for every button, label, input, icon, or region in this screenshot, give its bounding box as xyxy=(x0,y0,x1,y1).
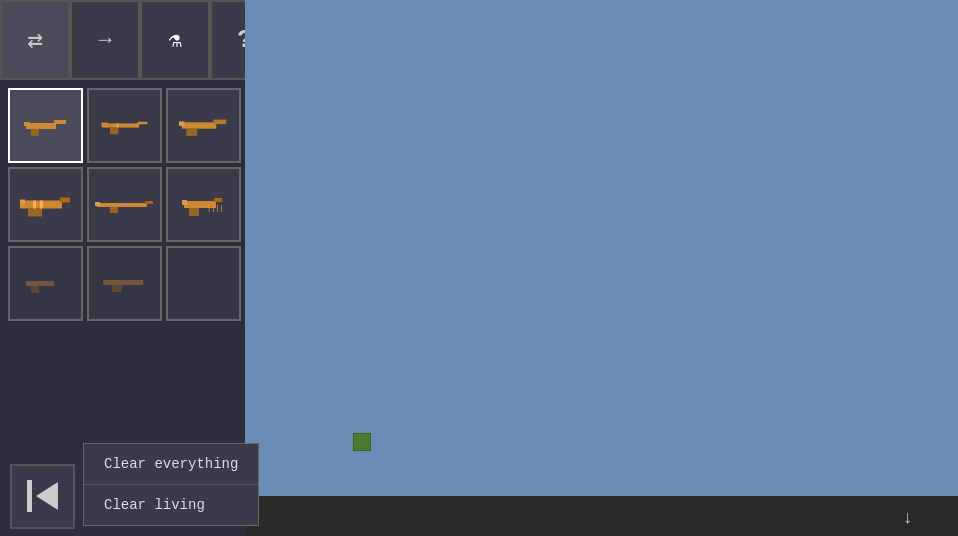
gun-icon-6: |||| xyxy=(179,192,229,217)
arrow-icon: → xyxy=(98,28,111,53)
download-arrow-icon: ↓ xyxy=(902,508,913,528)
svg-rect-29 xyxy=(26,281,54,286)
svg-rect-8 xyxy=(116,123,118,127)
item-cell-5[interactable] xyxy=(87,167,162,242)
bottom-bar: ↓ xyxy=(245,496,958,536)
svg-rect-27 xyxy=(182,200,187,205)
item-cell-4[interactable] xyxy=(8,167,83,242)
item-cell-8[interactable] xyxy=(87,246,162,321)
svg-rect-2 xyxy=(31,129,39,136)
potion-icon: ⚗ xyxy=(168,27,181,54)
item-cell-9[interactable] xyxy=(166,246,241,321)
swap-icon: ⇄ xyxy=(27,24,43,56)
svg-rect-1 xyxy=(54,120,66,124)
item-cell-6[interactable]: |||| xyxy=(166,167,241,242)
context-menu: Clear everything Clear living xyxy=(83,443,259,526)
gun-icon-5 xyxy=(95,195,155,215)
svg-rect-16 xyxy=(20,199,25,204)
svg-rect-0 xyxy=(26,123,56,129)
clear-everything-button[interactable]: Clear everything xyxy=(84,444,258,485)
svg-text:||||: |||| xyxy=(207,204,224,212)
svg-rect-15 xyxy=(28,208,42,216)
svg-rect-22 xyxy=(95,202,100,206)
svg-rect-25 xyxy=(216,198,220,202)
swap-button[interactable]: ⇄ xyxy=(0,0,70,80)
item-cell-2[interactable] xyxy=(87,88,162,163)
svg-rect-19 xyxy=(97,203,147,207)
svg-rect-7 xyxy=(101,123,108,126)
svg-rect-10 xyxy=(213,120,226,125)
arrow-button[interactable]: → xyxy=(70,0,140,80)
item-cell-7[interactable] xyxy=(8,246,83,321)
gun-icon-8 xyxy=(100,271,150,296)
svg-rect-14 xyxy=(60,197,70,202)
toolbar: ⇄ → ⚗ ? xyxy=(0,0,245,80)
gun-icon-2 xyxy=(100,113,150,138)
clear-living-button[interactable]: Clear living xyxy=(84,485,258,525)
svg-rect-6 xyxy=(110,128,118,135)
svg-rect-3 xyxy=(24,122,30,126)
item-cell-1[interactable] xyxy=(8,88,83,163)
svg-rect-32 xyxy=(112,285,122,292)
green-block xyxy=(353,433,371,451)
exit-button[interactable] xyxy=(10,464,75,529)
game-area[interactable] xyxy=(245,0,958,496)
svg-rect-5 xyxy=(137,122,147,125)
item-cell-3[interactable] xyxy=(166,88,241,163)
svg-rect-11 xyxy=(186,129,197,136)
svg-rect-17 xyxy=(33,200,36,208)
svg-rect-21 xyxy=(110,207,118,213)
bottom-left-area: Clear everything Clear living xyxy=(0,456,245,536)
exit-icon xyxy=(27,480,58,512)
gun-icon-1 xyxy=(21,113,71,138)
svg-rect-12 xyxy=(179,121,184,126)
svg-rect-30 xyxy=(31,286,39,293)
svg-rect-31 xyxy=(103,280,143,285)
svg-rect-18 xyxy=(40,200,43,208)
potion-button[interactable]: ⚗ xyxy=(140,0,210,80)
gun-icon-4 xyxy=(18,190,73,220)
svg-rect-26 xyxy=(189,208,199,216)
gun-icon-7 xyxy=(21,271,71,296)
svg-rect-20 xyxy=(145,201,153,204)
gun-icon-3 xyxy=(179,113,229,138)
svg-rect-9 xyxy=(181,122,216,128)
